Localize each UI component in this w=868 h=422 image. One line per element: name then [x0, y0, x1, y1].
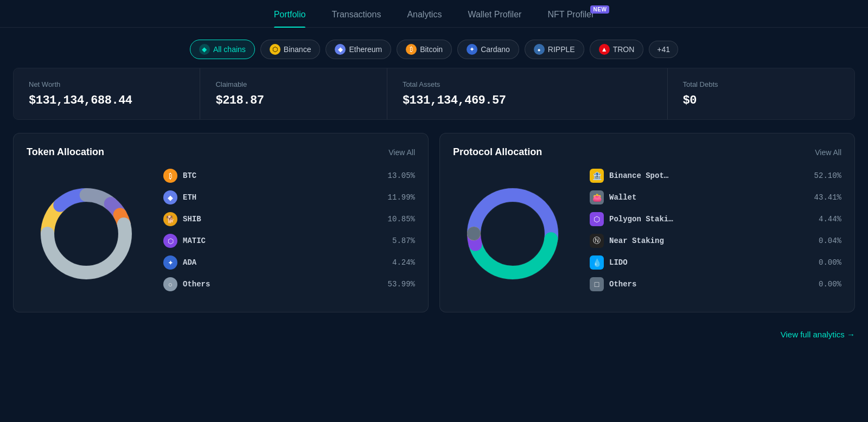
token-allocation-header: Token Allocation View All [27, 146, 415, 158]
total-debts-value: $0 [683, 94, 839, 107]
claimable-label: Claimable [215, 80, 371, 88]
protocol-legend-item: ⓃNear Staking0.04% [590, 234, 841, 248]
protocol-legend-icon-Wallet: 👛 [590, 190, 604, 204]
chain-more-pill[interactable]: +41 [649, 41, 678, 58]
stats-row: Net Worth $131,134,688.44 Claimable $218… [13, 68, 855, 120]
nav-item-portfolio[interactable]: Portfolio [274, 10, 306, 27]
chain-pill-binance[interactable]: ⬡Binance [260, 40, 321, 59]
token-allocation-view-all[interactable]: View All [388, 148, 415, 157]
token-legend-icon-Others: ○ [163, 277, 177, 291]
main-grid: Token Allocation View All ₿BTC13.05%◆ETH… [13, 133, 855, 312]
token-allocation-card: Token Allocation View All ₿BTC13.05%◆ETH… [13, 133, 429, 312]
total-debts-label: Total Debts [683, 80, 839, 88]
protocol-legend-item: 👛Wallet43.41% [590, 190, 841, 204]
chain-pill-bitcoin[interactable]: ₿Bitcoin [397, 40, 452, 59]
new-badge: NEW [590, 5, 609, 14]
claimable-card: Claimable $218.87 [200, 68, 387, 119]
protocol-allocation-view-all[interactable]: View All [815, 148, 841, 157]
token-donut-chart [27, 174, 146, 293]
net-worth-value: $131,134,688.44 [29, 94, 184, 107]
protocol-legend-icon-Binance Spot…: 🏦 [590, 169, 604, 183]
main-nav: PortfolioTransactionsAnalyticsWallet Pro… [0, 0, 868, 28]
bitcoin-icon: ₿ [406, 44, 417, 55]
token-legend-item: ⬡MATIC5.87% [163, 234, 415, 248]
nav-item-analytics[interactable]: Analytics [407, 10, 442, 27]
protocol-legend-item: 💧LIDO0.00% [590, 255, 841, 270]
token-legend: ₿BTC13.05%◆ETH11.99%🐕SHIB10.85%⬡MATIC5.8… [163, 169, 415, 299]
protocol-legend-icon-Near Staking: Ⓝ [590, 234, 604, 248]
protocol-legend-icon-Others: □ [590, 277, 604, 291]
chain-pill-ripple[interactable]: ⬥RIPPLE [525, 40, 584, 59]
nav-item-transactions[interactable]: Transactions [331, 10, 381, 27]
token-legend-item: ✦ADA4.24% [163, 255, 415, 270]
protocol-legend-item: 🏦Binance Spot…52.10% [590, 169, 841, 183]
protocol-allocation-card: Protocol Allocation View All 🏦Binance Sp… [439, 133, 855, 312]
token-legend-item: ◆ETH11.99% [163, 190, 415, 204]
token-legend-item: ○Others53.99% [163, 277, 415, 291]
binance-icon: ⬡ [270, 44, 280, 55]
token-legend-icon-BTC: ₿ [163, 169, 177, 183]
chain-pill-all-chains[interactable]: ◆All chains [190, 40, 255, 59]
chain-pill-ethereum[interactable]: ◆Ethereum [326, 40, 391, 59]
protocol-legend-icon-Polygon Staki…: ⬡ [590, 212, 604, 226]
ripple-icon: ⬥ [534, 44, 545, 55]
token-legend-icon-ADA: ✦ [163, 255, 177, 270]
protocol-allocation-header: Protocol Allocation View All [453, 146, 841, 158]
ethereum-icon: ◆ [335, 44, 346, 55]
tron-icon: ▲ [599, 44, 610, 55]
cardano-icon: ✦ [467, 44, 477, 55]
net-worth-card: Net Worth $131,134,688.44 [14, 68, 200, 119]
token-legend-icon-ETH: ◆ [163, 190, 177, 204]
token-allocation-body: ₿BTC13.05%◆ETH11.99%🐕SHIB10.85%⬡MATIC5.8… [27, 169, 415, 299]
total-assets-value: $131,134,469.57 [403, 94, 652, 107]
nav-item-nft-profiler[interactable]: NFT Profiler [547, 10, 594, 27]
chain-pill-cardano[interactable]: ✦Cardano [457, 40, 519, 59]
protocol-allocation-body: 🏦Binance Spot…52.10%👛Wallet43.41%⬡Polygo… [453, 169, 841, 299]
token-legend-item: ₿BTC13.05% [163, 169, 415, 183]
all-chains-icon: ◆ [199, 44, 210, 55]
claimable-value: $218.87 [215, 94, 371, 107]
net-worth-label: Net Worth [29, 80, 184, 88]
token-legend-item: 🐕SHIB10.85% [163, 212, 415, 226]
token-allocation-title: Token Allocation [27, 146, 104, 158]
total-debts-card: Total Debts $0 [668, 68, 854, 119]
total-assets-card: Total Assets $131,134,469.57 [387, 68, 668, 119]
protocol-legend: 🏦Binance Spot…52.10%👛Wallet43.41%⬡Polygo… [590, 169, 841, 299]
chain-filter: ◆All chains⬡Binance◆Ethereum₿Bitcoin✦Car… [0, 28, 868, 68]
protocol-allocation-title: Protocol Allocation [453, 146, 542, 158]
chain-pill-tron[interactable]: ▲TRON [590, 40, 644, 59]
protocol-legend-item: □Others0.00% [590, 277, 841, 291]
total-assets-label: Total Assets [403, 80, 652, 88]
view-full-analytics-link[interactable]: View full analytics → [0, 325, 868, 346]
protocol-legend-item: ⬡Polygon Staki…4.44% [590, 212, 841, 226]
protocol-legend-icon-LIDO: 💧 [590, 255, 604, 270]
token-legend-icon-SHIB: 🐕 [163, 212, 177, 226]
nav-item-wallet-profiler[interactable]: Wallet Profiler [468, 10, 521, 27]
protocol-donut-chart [453, 174, 572, 293]
token-legend-icon-MATIC: ⬡ [163, 234, 177, 248]
